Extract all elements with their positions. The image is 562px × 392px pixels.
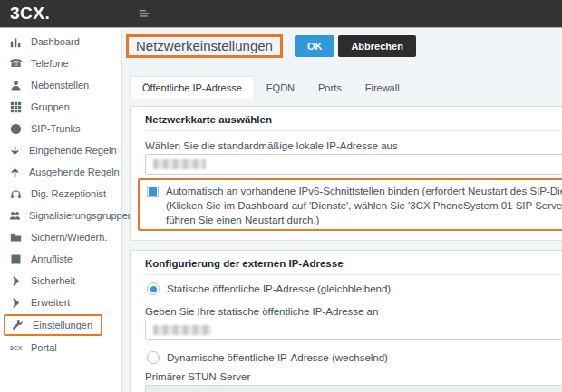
stun-server-input[interactable]: stun-eu.3cx.com: [145, 385, 562, 392]
tab-firewall[interactable]: Firewall: [354, 77, 412, 99]
ipv6-bind-label-line1: Automatisch an vorhandene IPv6-Schnittst…: [166, 184, 562, 198]
topbar: 3CX.: [0, 0, 562, 28]
sidebar-item-label: Sichern/Wiederh.: [31, 232, 107, 243]
arrow-down-icon: [9, 144, 21, 158]
sidebar-item-sip-trunks[interactable]: SIP-Trunks: [0, 118, 121, 139]
sidebar-item-label: Portal: [31, 342, 57, 353]
arrow-up-icon: [9, 166, 21, 179]
grid-icon: [9, 100, 23, 114]
redacted-local-ip-value: [153, 159, 206, 169]
tab-ports[interactable]: Ports: [306, 77, 354, 99]
3cx-logo: 3CX.: [0, 0, 60, 27]
sidebar-item-anrufliste[interactable]: Anrufliste: [0, 248, 121, 270]
cancel-button[interactable]: Abbrechen: [338, 35, 415, 57]
person-icon: [9, 79, 23, 92]
sidebar-item-ausgehende-regeln[interactable]: Ausgehende Regeln: [0, 161, 121, 183]
globe-icon: [9, 122, 23, 136]
sidebar-item-label: Erweitert: [31, 297, 70, 308]
sidebar-item-eingehende-regeln[interactable]: Eingehende Regeln: [0, 139, 121, 161]
sidebar-item-label: Einstellungen: [33, 320, 92, 330]
sidebar-item-signalisierungsgruppen[interactable]: Signalisierungsgruppen: [0, 205, 121, 226]
sidebar-item-dig-rezeptionist[interactable]: Dig. Rezeptionist: [0, 183, 121, 205]
sidebar-item-dashboard[interactable]: Dashboard: [0, 31, 121, 53]
sidebar-item-sicherheit[interactable]: Sicherheit: [0, 270, 121, 292]
chevron-right-icon: [9, 296, 23, 310]
phone-icon: ☎: [9, 57, 23, 71]
tab-ffentliche-ip-adresse[interactable]: Öffentliche IP-Adresse: [130, 76, 255, 99]
sidebar-item-label: Ausgehende Regeln: [29, 167, 120, 177]
tab-bar: Öffentliche IP-AdresseFQDNPortsFirewall: [130, 76, 562, 99]
static-ip-radio-label: Statische öffentliche IP-Adresse (gleich…: [167, 283, 391, 294]
sidebar-item-telefone[interactable]: ☎Telefone: [0, 53, 121, 74]
local-ip-select[interactable]: [145, 154, 562, 175]
ok-button[interactable]: OK: [295, 35, 335, 57]
sidebar-item-label: Dashboard: [31, 36, 80, 47]
chevron-right-icon: [9, 274, 23, 288]
static-ip-radio[interactable]: [147, 282, 160, 295]
headset-icon: [9, 187, 23, 201]
sidebar-item-einstellungen[interactable]: Einstellungen: [4, 314, 102, 336]
ipv6-bind-label-line2: (Klicken Sie im Dashboard auf 'Dienste',…: [166, 198, 562, 227]
static-ip-input[interactable]: [145, 320, 562, 340]
sidebar-item-label: SIP-Trunks: [31, 123, 81, 134]
local-ip-label: Wählen Sie die standardmäßige lokale IP-…: [145, 140, 562, 151]
bar-chart-icon: [9, 35, 23, 49]
sidebar-toggle-icon[interactable]: [138, 6, 152, 21]
sidebar-item-erweitert[interactable]: Erweitert: [0, 292, 121, 313]
external-ip-section: Konfigurierung der externen IP-Adresse S…: [130, 250, 562, 392]
stun-server-label: Primärer STUN-Server: [145, 371, 562, 382]
page-title: Netzwerkeinstellungen: [136, 38, 273, 53]
sidebar-item-label: Gruppen: [31, 101, 70, 112]
3cx-logo-icon: 3CX: [9, 341, 23, 355]
sidebar-item-portal[interactable]: 3CXPortal: [0, 337, 121, 359]
ipv6-bind-row: Automatisch an vorhandene IPv6-Schnittst…: [145, 184, 562, 227]
sidebar-item-label: Telefone: [31, 58, 69, 69]
list-icon: [9, 253, 23, 266]
sidebar-item-gruppen[interactable]: Gruppen: [0, 96, 121, 118]
sidebar-item-nebenstellen[interactable]: Nebenstellen: [0, 74, 121, 96]
sidebar-item-sichern-wiederh[interactable]: Sichern/Wiederh.: [0, 226, 121, 248]
section-title: Konfigurierung der externen IP-Adresse: [145, 258, 562, 275]
sidebar-item-label: Anrufliste: [31, 253, 73, 264]
ipv6-bind-checkbox[interactable]: [147, 186, 159, 197]
section-title: Netzwerkkarte auswählen: [145, 114, 562, 131]
sidebar-item-label: Signalisierungsgruppen: [29, 210, 133, 221]
sidebar-item-label: Dig. Rezeptionist: [31, 188, 106, 199]
static-ip-label: Geben Sie Ihre statische öffentliche IP-…: [145, 306, 562, 317]
wrench-icon: [11, 319, 24, 332]
sidebar: Dashboard☎TelefoneNebenstellenGruppenSIP…: [0, 28, 122, 392]
redacted-static-ip-value: [153, 325, 211, 335]
dynamic-ip-radio-row: Dynamische öffentliche IP-Adresse (wechs…: [145, 351, 562, 364]
network-card-section: Netzwerkkarte auswählen Wählen Sie die s…: [130, 106, 562, 241]
folder-icon: [9, 231, 23, 244]
sidebar-item-label: Sicherheit: [31, 275, 75, 286]
people-icon: [9, 209, 21, 223]
annotation-box-title: Netzwerkeinstellungen: [126, 34, 283, 58]
static-ip-radio-row: Statische öffentliche IP-Adresse (gleich…: [145, 282, 562, 295]
dynamic-ip-radio-label: Dynamische öffentliche IP-Adresse (wechs…: [167, 352, 388, 363]
page-header: Netzwerkeinstellungen OK Abbrechen: [123, 28, 562, 58]
tab-fqdn[interactable]: FQDN: [255, 77, 306, 99]
dynamic-ip-radio[interactable]: [147, 351, 160, 364]
sidebar-item-label: Nebenstellen: [31, 80, 89, 91]
sidebar-item-label: Eingehende Regeln: [29, 145, 117, 156]
main-content: Netzwerkeinstellungen OK Abbrechen Öffen…: [123, 28, 562, 392]
